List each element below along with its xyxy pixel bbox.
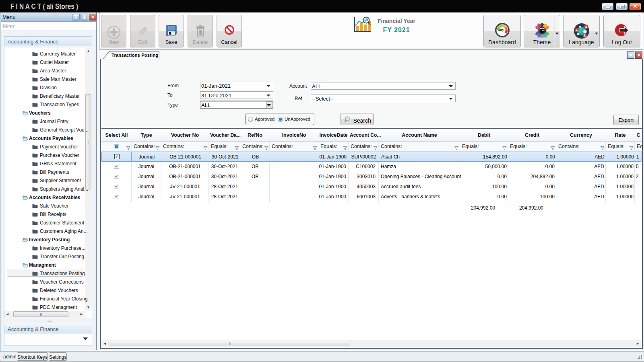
svg-text:A: A <box>585 25 587 29</box>
svg-text:A: A <box>576 29 578 32</box>
svg-text:文: 文 <box>583 34 586 37</box>
